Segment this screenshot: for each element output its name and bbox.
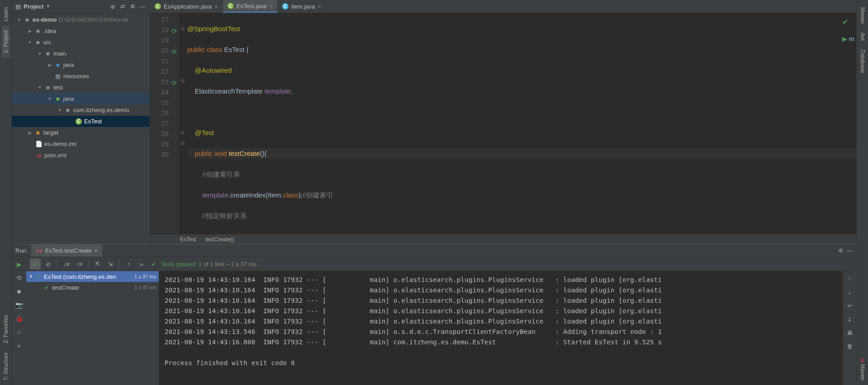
tree-test-java[interactable]: ▼■ java [12, 93, 150, 104]
rerun-button[interactable]: ▶ [14, 260, 24, 269]
soft-wrap-icon[interactable]: ↩ [845, 301, 854, 310]
hide-icon[interactable]: — [847, 247, 853, 254]
hide-icon[interactable]: — [139, 3, 146, 10]
tree-root[interactable]: ▼ ■ es-demo D:\IDEAWORK\SSM\es-de [12, 14, 150, 25]
stop-button[interactable]: ■ [14, 287, 24, 296]
pin-icon[interactable]: ☆ [14, 328, 24, 337]
tree-target[interactable]: ▶■ target [12, 127, 150, 138]
project-tree[interactable]: ▼ ■ es-demo D:\IDEAWORK\SSM\es-de ▶■ .id… [12, 13, 150, 244]
tree-package[interactable]: ▼■ com.itzheng.es.demo [12, 104, 150, 116]
run-left-toolbar: ▶ ⟲ ■ 📷 🐞 ☆ » [12, 257, 26, 385]
editor-tabs: C EsApplication.java × C EsTest.java × C… [150, 0, 856, 13]
console-right-toolbar: ↑ ↓ ↩ ⤓ 🖶 🗑 [843, 271, 856, 385]
run-header: Run: «» EsTest.testCreate × ✲ — [12, 244, 856, 257]
tab-item[interactable]: C Item.java × [278, 0, 326, 13]
run-gutter-icon[interactable]: ⟳ [171, 47, 177, 53]
project-dropdown-icon[interactable]: ▼ [46, 4, 50, 9]
print-icon[interactable]: 🖶 [845, 328, 854, 337]
tests-summary-text: of 1 test – 1 s 37 ms [203, 261, 256, 268]
database-tab[interactable]: Database [859, 45, 867, 77]
test-root-row[interactable]: ▼ ✔ EsTest (com.itzheng.es.den 1 s 37 ms [26, 271, 159, 282]
close-icon[interactable]: × [318, 3, 321, 10]
class-icon: C [155, 3, 161, 9]
right-tool-strip: Maven Ant Database mMaven [856, 0, 868, 385]
prev-icon[interactable]: ↑ [123, 258, 134, 269]
tests-passed-text: Tests passed: 1 [161, 261, 202, 268]
test-tree[interactable]: ▼ ✔ EsTest (com.itzheng.es.den 1 s 37 ms… [26, 271, 159, 385]
analysis-ok-icon[interactable]: ✔ [842, 17, 848, 27]
sort-down-icon[interactable]: ↓≡ [61, 258, 72, 269]
settings-icon[interactable]: ✲ [129, 3, 136, 10]
run-label: Run: [15, 247, 28, 254]
learn-tab[interactable]: Learn [2, 3, 10, 26]
editor-quick-tools: ▶ m [842, 35, 854, 42]
tree-resources[interactable]: ▶▦ resources [12, 70, 150, 82]
sort-up-icon[interactable]: ↑≡ [74, 258, 85, 269]
next-icon[interactable]: » [136, 258, 147, 269]
debug-icon[interactable]: 🐞 [14, 314, 24, 323]
run-gutter-icon[interactable]: ⟳ [171, 78, 177, 84]
ant-tab[interactable]: Ant [859, 28, 867, 45]
run-toolbar: ✔ ⊘ ↓≡ ↑≡ ⇱ ⇲ ↑ » ✔ Tests passed: 1 of 1 [26, 257, 856, 271]
left-tool-strip: Learn 1: Project 2: Favorites 7: Structu… [0, 0, 12, 385]
maven-tool-icon[interactable]: m [849, 35, 854, 42]
dump-icon[interactable]: 📷 [14, 300, 24, 310]
run-tab[interactable]: «» EsTest.testCreate × [31, 244, 102, 257]
project-icon: ▤ [15, 3, 21, 10]
maven-tab[interactable]: mMaven [858, 354, 867, 385]
tree-test[interactable]: ▼■ test [12, 82, 150, 93]
tree-pom[interactable]: m pom.xml [12, 150, 150, 161]
test-item-row[interactable]: ✔ testCreate 1 s 37 ms [26, 282, 159, 293]
code-content[interactable]: @SpringBootTest public class EsTest { @A… [185, 13, 856, 234]
close-icon[interactable]: × [214, 3, 218, 10]
check-icon: ✔ [36, 273, 41, 280]
expand-all-icon[interactable]: ⇱ [92, 258, 103, 269]
more-icon[interactable]: » [14, 341, 24, 350]
settings-icon[interactable]: ✲ [838, 247, 843, 254]
tab-estest[interactable]: C EsTest.java × [223, 0, 278, 13]
class-icon: C [227, 3, 234, 9]
project-tab[interactable]: 1: Project [2, 26, 10, 58]
show-ignored-button[interactable]: ⊘ [42, 258, 53, 269]
console-output[interactable]: 2021-08-19 14:43:10.164 INFO 17932 --- [… [159, 271, 843, 385]
tree-main[interactable]: ▼■ main [12, 48, 150, 59]
clear-icon[interactable]: 🗑 [845, 342, 854, 351]
toggle-autotest-icon[interactable]: ⟲ [14, 273, 24, 282]
run-panel: Run: «» EsTest.testCreate × ✲ — ▶ ⟲ ■ 📷 … [12, 244, 856, 385]
breadcrumb-separator: › [200, 236, 202, 243]
tree-idea[interactable]: ▶■ .idea [12, 25, 150, 37]
locate-icon[interactable]: ⊕ [109, 3, 116, 10]
check-icon: ✔ [44, 284, 49, 291]
expand-icon[interactable]: ⇄ [119, 3, 126, 10]
tree-iml[interactable]: 📄 es-demo.iml [12, 138, 150, 150]
editor-area: C EsApplication.java × C EsTest.java × C… [150, 0, 856, 244]
up-icon[interactable]: ↑ [845, 274, 854, 283]
project-panel: ▤ Project ▼ ⊕ ⇄ ✲ — ▼ ■ es-demo D:\IDEAW… [12, 0, 150, 244]
tests-passed-icon: ✔ [151, 261, 156, 268]
tab-esapplication[interactable]: C EsApplication.java × [150, 0, 223, 13]
run-config-icon: «» [36, 247, 42, 254]
project-title: Project [24, 3, 43, 10]
maven-top-tab[interactable]: Maven [859, 3, 867, 28]
close-icon[interactable]: × [269, 3, 273, 9]
fold-column[interactable]: ⊟ ⊟⊟⊟ [179, 13, 185, 234]
line-gutter: 17 18⟳ 19 20⟳ 21 22 23⟳ 24 25 26 27 28 2… [150, 13, 179, 234]
scroll-end-icon[interactable]: ⤓ [845, 315, 854, 324]
down-icon[interactable]: ↓ [845, 287, 854, 296]
breadcrumb-class[interactable]: EsTest [180, 236, 196, 243]
breadcrumb-method[interactable]: testCreate() [205, 236, 234, 243]
editor-body[interactable]: 17 18⟳ 19 20⟳ 21 22 23⟳ 24 25 26 27 28 2… [150, 13, 856, 234]
run-gutter-icon[interactable]: ⟳ [171, 26, 177, 32]
show-passed-button[interactable]: ✔ [30, 258, 41, 269]
tree-src[interactable]: ▼■ src [12, 37, 150, 48]
collapse-all-icon[interactable]: ⇲ [105, 258, 116, 269]
tree-estest[interactable]: C EsTest [12, 116, 150, 127]
project-header: ▤ Project ▼ ⊕ ⇄ ✲ — [12, 0, 150, 13]
class-icon: C [282, 3, 288, 9]
close-icon[interactable]: × [94, 247, 98, 254]
breadcrumb[interactable]: EsTest › testCreate() [150, 234, 856, 244]
tree-main-java[interactable]: ▶■ java [12, 59, 150, 70]
run-icon[interactable]: ▶ [842, 35, 847, 42]
structure-tab[interactable]: 7: Structure [2, 348, 10, 385]
favorites-tab[interactable]: 2: Favorites [2, 310, 10, 348]
